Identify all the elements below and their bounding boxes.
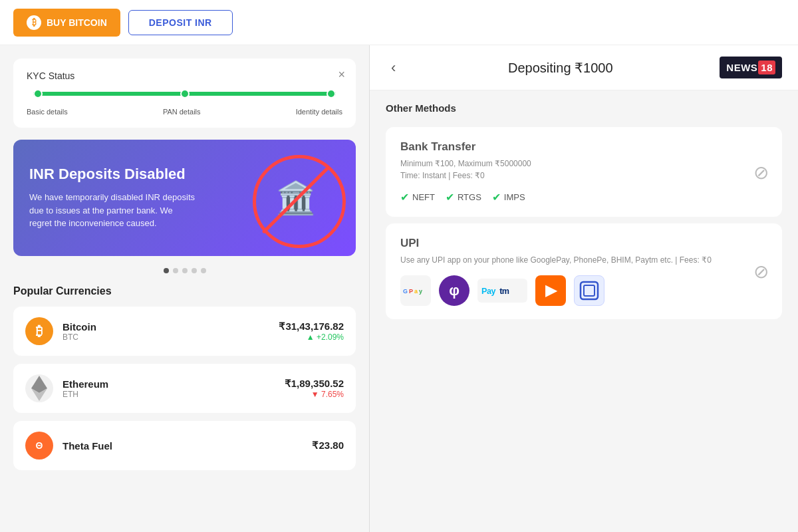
- bank-transfer-disabled-icon: ⊘: [753, 161, 769, 183]
- btc-price-block: ₹31,43,176.82 ▲ +2.09%: [279, 321, 344, 342]
- theta-price: ₹23.80: [312, 440, 344, 452]
- btc-icon: ₿: [27, 15, 41, 30]
- step-identity: Identity details: [296, 108, 342, 116]
- kyc-close-button[interactable]: ×: [338, 68, 345, 82]
- svg-text:G: G: [403, 288, 408, 295]
- kyc-card: KYC Status × Basic details PAN details I…: [13, 59, 356, 128]
- bank-info-line1: Minimum ₹100, Maximum ₹5000000: [400, 159, 531, 168]
- bank-transfer-info: Minimum ₹100, Maximum ₹5000000 Time: Ins…: [400, 158, 767, 182]
- other-methods-label: Other Methods: [370, 90, 798, 120]
- btc-name: Bitcoin: [63, 321, 269, 332]
- airtel-logo: ▶: [535, 275, 566, 306]
- btc-info: Bitcoin BTC: [63, 321, 269, 342]
- dot-2[interactable]: [173, 268, 178, 273]
- illus-circle: 🏛️: [253, 155, 339, 241]
- rtgs-label: RTGS: [458, 192, 481, 202]
- bank-transfer-tags: ✔ NEFT ✔ RTGS ✔ IMPS: [400, 191, 767, 203]
- eth-info: Ethereum ETH: [63, 378, 275, 399]
- right-header: ‹ Depositing ₹1000 NEWS 18: [370, 45, 798, 90]
- progress-dot-3: [327, 89, 336, 98]
- right-panel: ‹ Depositing ₹1000 NEWS 18 Other Methods…: [370, 45, 798, 532]
- dot-4[interactable]: [192, 268, 197, 273]
- depositing-title: Depositing ₹1000: [401, 60, 720, 76]
- svg-text:Pay: Pay: [481, 287, 495, 296]
- upi-title: UPI: [400, 237, 767, 250]
- currency-card-btc[interactable]: ₿ Bitcoin BTC ₹31,43,176.82 ▲ +2.09%: [13, 307, 356, 356]
- bhim-logo: [574, 275, 604, 306]
- btc-price: ₹31,43,176.82: [279, 321, 344, 332]
- svg-rect-9: [584, 285, 595, 296]
- currency-card-theta[interactable]: Θ Theta Fuel ₹23.80: [13, 421, 356, 470]
- progress-track: [33, 92, 336, 96]
- popular-currencies-title: Popular Currencies: [13, 285, 356, 297]
- bank-transfer-card[interactable]: Bank Transfer Minimum ₹100, Maximum ₹500…: [386, 127, 782, 217]
- bank-transfer-title: Bank Transfer: [400, 140, 767, 154]
- illus-cross-line: [262, 166, 331, 234]
- currency-card-eth[interactable]: Ethereum ETH ₹1,89,350.52 ▼ 7.65%: [13, 364, 356, 413]
- gpay-logo: G P a y: [400, 275, 431, 306]
- eth-symbol: ETH: [63, 390, 275, 399]
- illus-inner: 🏛️: [253, 155, 339, 241]
- banner-heading: INR Deposits Disabled: [29, 166, 196, 183]
- news-text: NEWS: [726, 62, 757, 73]
- progress-dot-1: [33, 89, 43, 98]
- dot-5[interactable]: [201, 268, 206, 273]
- eth-price: ₹1,89,350.52: [285, 378, 344, 390]
- btc-icon-currency: ₿: [25, 317, 53, 345]
- dot-3[interactable]: [182, 268, 188, 273]
- paytm-logo: Pay tm: [477, 279, 527, 303]
- kyc-title: KYC Status: [27, 70, 342, 81]
- imps-label: IMPS: [504, 192, 525, 202]
- imps-tag: ✔ IMPS: [492, 191, 525, 203]
- top-nav: ₿ BUY BITCOIN DEPOSIT INR: [0, 0, 798, 45]
- buy-bitcoin-label: BUY BITCOIN: [47, 17, 107, 28]
- banner-text: INR Deposits Disabled We have temporaril…: [29, 166, 196, 230]
- deposit-banner: INR Deposits Disabled We have temporaril…: [13, 140, 356, 256]
- neft-tag: ✔ NEFT: [400, 191, 435, 203]
- svg-rect-8: [581, 282, 598, 299]
- deposit-inr-button[interactable]: DEPOSIT INR: [128, 10, 233, 35]
- news18-badge: NEWS 18: [720, 57, 782, 78]
- rtgs-tag: ✔ RTGS: [446, 191, 481, 203]
- banner-dots: [13, 268, 356, 273]
- upi-info: Use any UPI app on your phone like Googl…: [400, 254, 767, 266]
- banner-description: We have temporarily disabled INR deposit…: [29, 191, 196, 230]
- svg-text:a: a: [414, 288, 418, 295]
- bank-info-line2: Time: Instant | Fees: ₹0: [400, 171, 485, 180]
- left-panel: KYC Status × Basic details PAN details I…: [0, 45, 369, 532]
- theta-icon-currency: Θ: [25, 432, 53, 460]
- step-basic: Basic details: [27, 108, 68, 116]
- neft-label: NEFT: [412, 192, 435, 202]
- eth-change: ▼ 7.65%: [285, 390, 344, 399]
- main-content: KYC Status × Basic details PAN details I…: [0, 45, 798, 532]
- progress-labels: Basic details PAN details Identity detai…: [27, 108, 342, 116]
- upi-logos: G P a y φ Pay tm: [400, 275, 767, 306]
- svg-text:tm: tm: [499, 287, 509, 296]
- svg-text:y: y: [419, 288, 422, 295]
- eth-name: Ethereum: [63, 378, 275, 390]
- eth-price-block: ₹1,89,350.52 ▼ 7.65%: [285, 378, 344, 399]
- progress-dot-2: [180, 89, 190, 98]
- theta-info: Theta Fuel: [63, 440, 303, 452]
- imps-check-icon: ✔: [492, 191, 501, 203]
- upi-card[interactable]: UPI Use any UPI app on your phone like G…: [386, 223, 782, 319]
- btc-change: ▲ +2.09%: [279, 332, 344, 342]
- svg-text:P: P: [409, 288, 413, 295]
- upi-disabled-icon: ⊘: [753, 261, 769, 283]
- progress-dots: [33, 89, 336, 98]
- rtgs-check-icon: ✔: [446, 191, 454, 203]
- theta-name: Theta Fuel: [63, 440, 303, 452]
- badge-18: 18: [758, 61, 775, 74]
- banner-illustration: 🏛️: [243, 148, 349, 248]
- buy-bitcoin-button[interactable]: ₿ BUY BITCOIN: [13, 9, 120, 37]
- eth-icon-currency: [25, 374, 53, 402]
- theta-price-block: ₹23.80: [312, 440, 344, 452]
- btc-symbol: BTC: [63, 332, 269, 342]
- back-button[interactable]: ‹: [386, 57, 401, 79]
- step-pan: PAN details: [163, 108, 201, 116]
- neft-check-icon: ✔: [400, 191, 409, 203]
- dot-1[interactable]: [164, 268, 169, 273]
- phonepe-logo: φ: [439, 275, 469, 306]
